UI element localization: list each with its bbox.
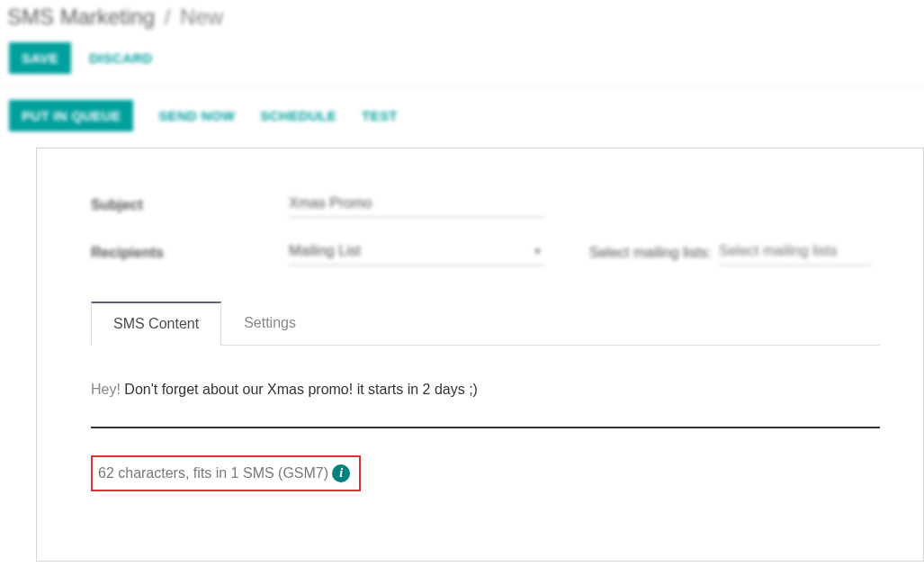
char-count-text: 62 characters, fits in 1 SMS (GSM7) — [98, 465, 328, 482]
sms-body-input[interactable]: Hey! Don't forget about our Xmas promo! … — [91, 382, 880, 428]
select-mailing-lists-wrap: Select mailing lists: — [589, 239, 872, 266]
put-in-queue-button[interactable]: Put in Queue — [9, 100, 133, 131]
breadcrumb-current: New — [180, 4, 223, 29]
tab-settings[interactable]: Settings — [221, 302, 318, 345]
sms-rest: Don't forget about our Xmas promo! it st… — [121, 382, 478, 397]
recipients-value: Mailing List — [289, 243, 361, 259]
info-icon[interactable]: i — [332, 464, 350, 482]
save-button[interactable]: Save — [9, 42, 71, 74]
char-count: 62 characters, fits in 1 SMS (GSM7) i — [91, 455, 361, 491]
tab-sms-content[interactable]: SMS Content — [91, 302, 221, 346]
form-actions: Save Discard — [0, 39, 924, 87]
subject-row: Subject — [91, 192, 880, 218]
send-now-button[interactable]: Send Now — [158, 108, 235, 123]
schedule-button[interactable]: Schedule — [260, 108, 336, 123]
subject-label: Subject — [91, 197, 289, 213]
sms-hey: Hey! — [91, 382, 121, 397]
workflow-actions: Put in Queue Send Now Schedule Test — [0, 87, 924, 140]
breadcrumb-root[interactable]: SMS Marketing — [7, 4, 155, 29]
discard-button[interactable]: Discard — [89, 50, 152, 66]
subject-input[interactable] — [289, 192, 544, 218]
test-button[interactable]: Test — [362, 108, 398, 123]
mailing-lists-input[interactable] — [719, 239, 872, 266]
select-mailing-lists-label: Select mailing lists: — [589, 245, 712, 261]
recipients-row: Recipients Mailing List ▼ Select mailing… — [91, 239, 880, 266]
breadcrumb-sep: / — [165, 4, 171, 29]
tabs: SMS Content Settings — [91, 302, 880, 346]
recipients-label: Recipients — [91, 245, 289, 261]
form-card: Subject Recipients Mailing List ▼ Select… — [36, 148, 924, 562]
breadcrumb: SMS Marketing / New — [0, 0, 924, 39]
chevron-down-icon: ▼ — [533, 246, 543, 256]
recipients-select[interactable]: Mailing List ▼ — [289, 239, 544, 266]
